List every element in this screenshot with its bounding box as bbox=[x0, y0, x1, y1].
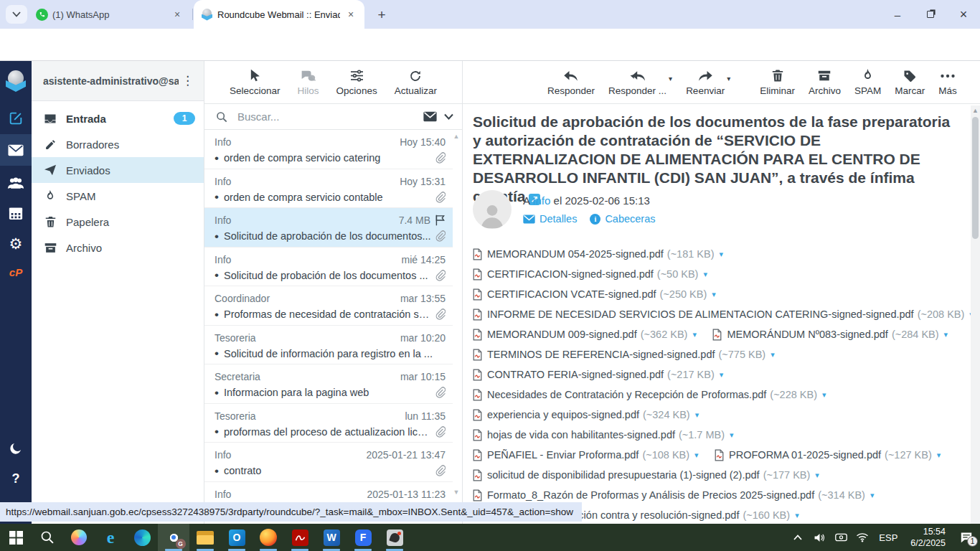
attachment-item[interactable]: MEMORANDUM 009-signed.pdf (~362 KB) ▾ bbox=[473, 324, 697, 344]
attachment-item[interactable]: solicitud de disponibilidad presupuestar… bbox=[473, 465, 819, 485]
close-tab-icon[interactable]: × bbox=[171, 8, 184, 21]
attachment-name[interactable]: TERMINOS DE REFERENCIA-signed-signed.pdf bbox=[487, 344, 715, 364]
attachment-menu-caret[interactable]: ▾ bbox=[815, 465, 819, 485]
page-scrollbar[interactable]: ▲ bbox=[971, 105, 980, 524]
attachment-menu-caret[interactable]: ▾ bbox=[795, 505, 799, 525]
attachment-item[interactable]: MEMORANDUM 054-2025-signed.pdf (~181 KB)… bbox=[473, 244, 723, 264]
compose-icon[interactable] bbox=[0, 104, 32, 133]
message-list-item[interactable]: Info mié 14:25 • Solicitud de probación … bbox=[204, 248, 453, 287]
message-list-item[interactable]: Info Hoy 15:31 • orden de compra servici… bbox=[204, 169, 453, 209]
attachment-menu-caret[interactable]: ▾ bbox=[695, 405, 699, 425]
tray-expand-chevron-icon[interactable] bbox=[787, 524, 809, 551]
taskbar-copilot-icon[interactable] bbox=[63, 524, 95, 551]
attachment-menu-caret[interactable]: ▾ bbox=[730, 425, 734, 445]
attachment-menu-caret[interactable]: ▾ bbox=[944, 324, 948, 344]
help-icon[interactable]: ? bbox=[0, 464, 32, 493]
archive-button[interactable]: Archivo bbox=[809, 69, 841, 96]
attachment-item[interactable]: CONTRATO FERIA-signed-signed.pdf (~217 K… bbox=[473, 364, 723, 385]
new-tab-button[interactable]: + bbox=[373, 6, 390, 24]
message-list-item[interactable]: Tesoreria lun 11:35 • proformas del proc… bbox=[204, 404, 453, 443]
scrollbar-thumb[interactable] bbox=[972, 117, 979, 239]
wifi-icon[interactable] bbox=[852, 524, 873, 551]
attachment-item[interactable]: MEMORÁNDUM Nº083-signed.pdf (~284 KB) ▾ bbox=[712, 324, 948, 344]
language-indicator[interactable]: ESP bbox=[873, 532, 903, 543]
reply-button[interactable]: Responder bbox=[547, 69, 595, 96]
attachment-menu-caret[interactable]: ▾ bbox=[712, 284, 716, 304]
search-scope-mail-icon[interactable] bbox=[423, 111, 437, 122]
taskbar-firefox-icon[interactable] bbox=[253, 524, 284, 551]
attachment-menu-caret[interactable]: ▾ bbox=[692, 324, 697, 344]
message-list-item[interactable]: Info 7.4 MB • Solicitud de aprobación de… bbox=[204, 208, 453, 248]
message-list-item[interactable]: Tesoreria mar 10:20 • Solicitud de infor… bbox=[204, 326, 453, 365]
taskbar-word-icon[interactable]: W bbox=[316, 524, 347, 551]
taskbar-file-explorer-icon[interactable] bbox=[189, 524, 221, 551]
taskbar-search-button[interactable] bbox=[32, 524, 63, 551]
attachment-menu-caret[interactable]: ▾ bbox=[694, 445, 699, 465]
attachment-name[interactable]: PROFORMA 01-2025-signed.pdf bbox=[729, 445, 881, 465]
start-button[interactable] bbox=[0, 524, 32, 551]
account-menu-icon[interactable]: ⋮ bbox=[179, 73, 197, 88]
attachment-name[interactable]: experiencia y equipos-signed.pdf bbox=[487, 405, 639, 425]
spam-button[interactable]: SPAM bbox=[854, 69, 881, 96]
attachment-menu-caret[interactable]: ▾ bbox=[822, 385, 826, 405]
attachment-menu-caret[interactable]: ▾ bbox=[771, 344, 775, 364]
minimize-button[interactable]: – bbox=[881, 0, 914, 29]
settings-gear-icon[interactable]: ⚙ bbox=[0, 229, 32, 258]
attachment-name[interactable]: MEMORÁNDUM Nº083-signed.pdf bbox=[727, 324, 887, 344]
message-list-item[interactable]: Coordinador mar 13:55 • Proformas de nec… bbox=[204, 286, 453, 326]
attachment-name[interactable]: CERTIFICACION-signed-signed.pdf bbox=[487, 264, 654, 284]
taskbar-acrobat-icon[interactable] bbox=[284, 524, 316, 551]
refresh-button[interactable]: Actualizar bbox=[395, 69, 437, 96]
sidebar-item-borradores[interactable]: Borradores bbox=[32, 131, 204, 157]
cast-icon[interactable] bbox=[830, 524, 852, 551]
reply-all-menu-caret[interactable]: ▾ bbox=[669, 75, 672, 83]
attachment-menu-caret[interactable]: ▾ bbox=[720, 364, 724, 385]
recipient-link[interactable]: Info bbox=[532, 194, 550, 207]
tab-whatsapp[interactable]: (1) WhatsApp × bbox=[29, 0, 191, 29]
select-button[interactable]: Seleccionar bbox=[230, 69, 281, 96]
search-options-chevron-icon[interactable] bbox=[444, 113, 453, 120]
taskbar-outlook-icon[interactable]: O bbox=[221, 524, 253, 551]
search-input[interactable] bbox=[236, 110, 423, 123]
flag-icon[interactable] bbox=[435, 215, 446, 226]
attachment-menu-caret[interactable]: ▾ bbox=[720, 244, 724, 264]
list-scroll-up-icon[interactable]: ▲ bbox=[452, 133, 461, 140]
sidebar-item-papelera[interactable]: Papelera bbox=[32, 209, 204, 235]
taskbar-internet-explorer-icon[interactable]: e bbox=[95, 524, 126, 551]
attachment-item[interactable]: experiencia y equipos-signed.pdf (~324 K… bbox=[473, 405, 699, 425]
taskbar-chrome-icon[interactable]: G bbox=[158, 524, 189, 551]
taskbar-f-app-icon[interactable]: F bbox=[347, 524, 379, 551]
volume-icon[interactable] bbox=[809, 524, 830, 551]
forward-menu-caret[interactable]: ▾ bbox=[727, 75, 730, 83]
tab-roundcube[interactable]: Roundcube Webmail :: Enviados × bbox=[194, 0, 364, 29]
details-toggle[interactable]: Detalles bbox=[523, 213, 577, 225]
calendar-icon[interactable] bbox=[0, 199, 32, 227]
attachment-item[interactable]: INFORME DE NECESIDAD SERVICIOS DE ALIMEN… bbox=[473, 304, 974, 324]
taskbar-java-app-icon[interactable] bbox=[379, 524, 410, 551]
headers-toggle[interactable]: i Cabeceras bbox=[590, 213, 655, 225]
attachment-menu-caret[interactable]: ▾ bbox=[703, 264, 707, 284]
tab-search-button[interactable] bbox=[6, 5, 27, 24]
reply-all-button[interactable]: Responder ... bbox=[608, 69, 666, 96]
sidebar-item-entrada[interactable]: Entrada 1 bbox=[32, 105, 204, 131]
delete-button[interactable]: Eliminar bbox=[760, 69, 795, 96]
notification-center-icon[interactable]: 1 bbox=[953, 524, 980, 551]
dark-mode-moon-icon[interactable] bbox=[0, 434, 32, 463]
mark-button[interactable]: Marcar bbox=[895, 69, 925, 96]
sidebar-item-enviados[interactable]: Enviados bbox=[32, 157, 204, 183]
close-tab-icon[interactable]: × bbox=[344, 8, 357, 21]
sidebar-item-archivo[interactable]: Archivo bbox=[32, 235, 204, 260]
clock[interactable]: 15:54 6/2/2025 bbox=[903, 526, 953, 550]
attachment-name[interactable]: CONTRATO FERIA-signed-signed.pdf bbox=[487, 364, 664, 385]
threads-button[interactable]: Hilos bbox=[298, 69, 319, 96]
list-scroll-down-icon[interactable]: ▼ bbox=[452, 489, 461, 496]
taskbar-edge-icon[interactable] bbox=[126, 524, 158, 551]
attachment-item[interactable]: PROFORMA 01-2025-signed.pdf (~127 KB) ▾ bbox=[715, 445, 941, 465]
sidebar-item-spam[interactable]: SPAM bbox=[32, 183, 204, 209]
message-list-item[interactable]: Secretaria mar 10:15 • Informacion para … bbox=[204, 364, 453, 404]
attachment-item[interactable]: CERTIFICACION-signed-signed.pdf (~50 KB)… bbox=[473, 264, 707, 284]
restore-button[interactable] bbox=[914, 0, 947, 29]
attachment-name[interactable]: PEÑAFIEL - Enviar Proforma.pdf bbox=[487, 445, 639, 465]
contacts-icon[interactable] bbox=[0, 169, 32, 197]
cpanel-icon[interactable]: cP bbox=[0, 258, 32, 286]
